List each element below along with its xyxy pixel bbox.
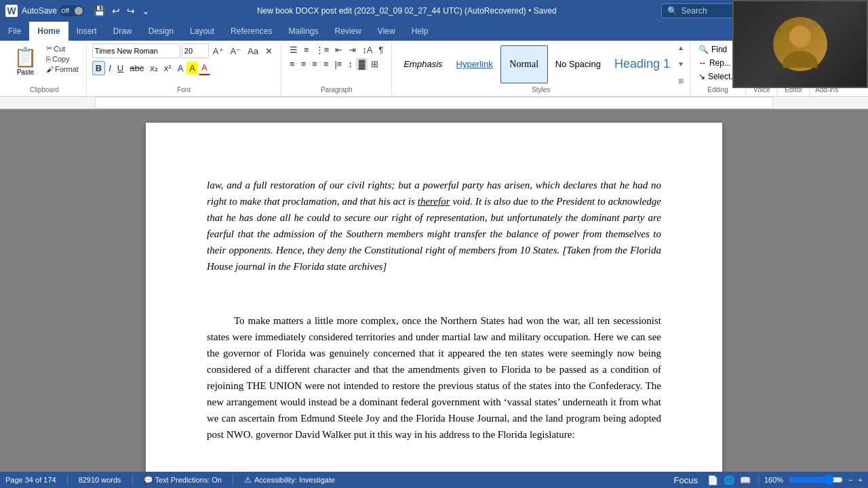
- sort-button[interactable]: ↕A: [359, 43, 375, 56]
- tab-mailings[interactable]: Mailings: [280, 22, 326, 41]
- autosave-knob: [75, 7, 83, 15]
- focus-button[interactable]: Focus: [672, 474, 700, 486]
- therefor-word: therefor: [418, 196, 450, 207]
- align-right-button[interactable]: ≡: [309, 58, 320, 70]
- underline-button[interactable]: U: [115, 62, 126, 75]
- svg-point-1: [783, 51, 818, 68]
- more-qa-button[interactable]: ⌄: [139, 4, 153, 18]
- web-view-button[interactable]: 🌐: [722, 474, 736, 486]
- style-normal[interactable]: Normal: [500, 45, 548, 83]
- font-color-button[interactable]: A: [199, 61, 210, 75]
- align-left-button[interactable]: ≡: [287, 58, 298, 70]
- paste-icon: 📋: [14, 46, 37, 68]
- superscript-button[interactable]: x²: [161, 62, 174, 75]
- show-marks-button[interactable]: ¶: [376, 43, 386, 56]
- numbering-button[interactable]: ≡: [301, 43, 312, 56]
- shading-button[interactable]: ▓: [356, 58, 368, 70]
- font-format-row: B I U abc x₂ x² A A A: [92, 61, 210, 75]
- replace-button[interactable]: ↔ Rep...: [696, 57, 734, 69]
- status-bar: Page 34 of 174 82910 words 💬 Text Predic…: [0, 472, 868, 488]
- style-emphasis[interactable]: Emphasis: [397, 45, 448, 83]
- tab-design[interactable]: Design: [140, 22, 182, 41]
- clear-format-button[interactable]: ✕: [262, 45, 275, 58]
- zoom-slider[interactable]: [789, 474, 843, 485]
- autosave-off-label: Off: [61, 7, 69, 14]
- font-size-input[interactable]: 20: [182, 43, 209, 58]
- tab-help[interactable]: Help: [403, 22, 437, 41]
- font-name-input[interactable]: Times New Roman: [92, 43, 180, 58]
- zoom-out-icon[interactable]: −: [848, 476, 852, 484]
- tab-draw[interactable]: Draw: [105, 22, 140, 41]
- tab-file[interactable]: File: [0, 22, 29, 41]
- tab-insert[interactable]: Insert: [68, 22, 105, 41]
- undo-button[interactable]: ↩: [109, 4, 123, 18]
- subscript-button[interactable]: x₂: [147, 62, 161, 75]
- tab-view[interactable]: View: [370, 22, 403, 41]
- save-button[interactable]: 💾: [91, 4, 108, 18]
- styles-up-arrow[interactable]: ▲: [677, 44, 684, 52]
- tab-layout[interactable]: Layout: [182, 22, 222, 41]
- cut-icon: ✂: [46, 44, 52, 53]
- zoom-level: 160%: [764, 476, 783, 484]
- redo-button[interactable]: ↪: [124, 4, 138, 18]
- document-area[interactable]: law, and a full restoration of our civil…: [0, 109, 868, 472]
- bullets-button[interactable]: ☰: [287, 43, 300, 56]
- tab-home[interactable]: Home: [29, 22, 68, 41]
- change-case-button[interactable]: Aa: [245, 45, 261, 58]
- view-buttons: 📄 🌐 📖: [705, 474, 753, 486]
- line-spacing-button[interactable]: ↕: [345, 58, 355, 70]
- print-view-button[interactable]: 📄: [705, 474, 720, 486]
- accessibility-notice[interactable]: ⚠ Accessibility: Investigate: [244, 475, 335, 485]
- bold-button[interactable]: B: [92, 61, 105, 75]
- strikethrough-button[interactable]: abc: [127, 62, 146, 75]
- document-title: New book DOCX post edit (2023_02_09 02_2…: [158, 6, 656, 16]
- tab-references[interactable]: References: [222, 22, 280, 41]
- styles-expand-arrow[interactable]: ⊞: [677, 77, 684, 85]
- paragraph-group: ☰ ≡ ⋮≡ ⇤ ⇥ ↕A ¶ ≡ ≡ ≡ ≡ |≡ ↕ ▓ ⊞: [281, 43, 392, 96]
- style-heading1[interactable]: Heading 1: [608, 45, 676, 83]
- status-right: Focus 📄 🌐 📖 160% − +: [672, 474, 863, 486]
- grow-font-button[interactable]: A⁺: [210, 45, 226, 58]
- autosave-toggle[interactable]: Off: [60, 5, 84, 16]
- format-painter-label: Format: [55, 65, 79, 73]
- paste-button[interactable]: 📋 Paste: [8, 43, 43, 79]
- increase-indent-button[interactable]: ⇥: [346, 43, 359, 56]
- status-left: Page 34 of 174 82910 words 💬 Text Predic…: [5, 475, 335, 485]
- text-predictions-icon: 💬: [144, 476, 153, 484]
- text-highlight-button[interactable]: A: [186, 62, 198, 75]
- style-no-spacing-label: No Spacing: [555, 59, 601, 69]
- clipboard-group-label: Clipboard: [8, 86, 81, 94]
- autosave-area: AutoSave Off: [22, 5, 84, 16]
- text-effects-button[interactable]: A: [175, 62, 186, 75]
- zoom-in-icon[interactable]: +: [859, 476, 863, 484]
- word-count: 82910 words: [79, 476, 121, 484]
- find-button[interactable]: 🔍 Find: [696, 43, 730, 56]
- quick-access-toolbar: 💾 ↩ ↪ ⌄: [91, 4, 153, 18]
- styles-down-arrow[interactable]: ▼: [677, 60, 684, 68]
- style-heading1-label: Heading 1: [614, 57, 670, 71]
- reading-view-button[interactable]: 📖: [738, 474, 753, 486]
- column-break-button[interactable]: |≡: [332, 58, 344, 70]
- page-info: Page 34 of 174: [5, 476, 56, 484]
- word-logo: W: [5, 5, 18, 17]
- cut-button[interactable]: ✂ Cut: [44, 43, 81, 54]
- align-center-button[interactable]: ≡: [298, 58, 309, 70]
- ruler-inner: [95, 97, 773, 108]
- style-no-spacing[interactable]: No Spacing: [549, 45, 607, 83]
- justify-button[interactable]: ≡: [321, 58, 332, 70]
- status-divider-2: [132, 475, 133, 485]
- italic-button[interactable]: I: [106, 62, 114, 75]
- borders-button[interactable]: ⊞: [368, 58, 381, 70]
- shrink-font-button[interactable]: A⁻: [228, 45, 244, 58]
- copy-button[interactable]: ⎘ Copy: [44, 54, 81, 64]
- cut-label: Cut: [54, 45, 65, 53]
- format-painter-button[interactable]: 🖌 Format: [44, 64, 81, 74]
- decrease-indent-button[interactable]: ⇤: [332, 43, 345, 56]
- multilevel-list-button[interactable]: ⋮≡: [313, 43, 332, 56]
- video-overlay: [732, 0, 868, 88]
- paragraph-row1: ☰ ≡ ⋮≡ ⇤ ⇥ ↕A ¶: [287, 43, 386, 56]
- video-person: [734, 1, 867, 87]
- font-group-content: Times New Roman 20 A⁺ A⁻ Aa ✕ B I U abc …: [92, 43, 275, 85]
- tab-review[interactable]: Review: [327, 22, 370, 41]
- style-hyperlink[interactable]: Hyperlink: [450, 45, 499, 83]
